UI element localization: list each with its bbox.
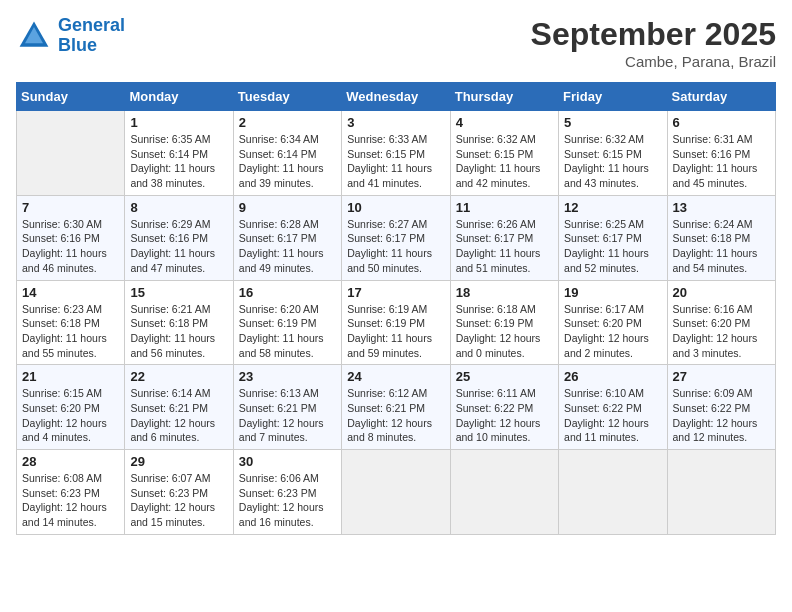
day-cell: 30Sunrise: 6:06 AMSunset: 6:23 PMDayligh… <box>233 450 341 535</box>
day-cell: 4Sunrise: 6:32 AMSunset: 6:15 PMDaylight… <box>450 111 558 196</box>
day-cell <box>342 450 450 535</box>
day-info: Sunrise: 6:31 AMSunset: 6:16 PMDaylight:… <box>673 132 770 191</box>
logo-text: General Blue <box>58 16 125 56</box>
day-number: 21 <box>22 369 119 384</box>
day-number: 15 <box>130 285 227 300</box>
day-cell: 2Sunrise: 6:34 AMSunset: 6:14 PMDaylight… <box>233 111 341 196</box>
page-header: General Blue September 2025 Cambe, Paran… <box>16 16 776 70</box>
day-number: 10 <box>347 200 444 215</box>
day-number: 4 <box>456 115 553 130</box>
day-cell: 27Sunrise: 6:09 AMSunset: 6:22 PMDayligh… <box>667 365 775 450</box>
weekday-header-row: SundayMondayTuesdayWednesdayThursdayFrid… <box>17 83 776 111</box>
day-cell <box>667 450 775 535</box>
day-number: 19 <box>564 285 661 300</box>
day-cell: 18Sunrise: 6:18 AMSunset: 6:19 PMDayligh… <box>450 280 558 365</box>
day-number: 29 <box>130 454 227 469</box>
day-number: 1 <box>130 115 227 130</box>
day-info: Sunrise: 6:07 AMSunset: 6:23 PMDaylight:… <box>130 471 227 530</box>
day-cell: 3Sunrise: 6:33 AMSunset: 6:15 PMDaylight… <box>342 111 450 196</box>
day-cell: 16Sunrise: 6:20 AMSunset: 6:19 PMDayligh… <box>233 280 341 365</box>
day-number: 6 <box>673 115 770 130</box>
title-block: September 2025 Cambe, Parana, Brazil <box>531 16 776 70</box>
day-cell <box>559 450 667 535</box>
day-info: Sunrise: 6:28 AMSunset: 6:17 PMDaylight:… <box>239 217 336 276</box>
day-info: Sunrise: 6:11 AMSunset: 6:22 PMDaylight:… <box>456 386 553 445</box>
day-info: Sunrise: 6:33 AMSunset: 6:15 PMDaylight:… <box>347 132 444 191</box>
day-cell: 7Sunrise: 6:30 AMSunset: 6:16 PMDaylight… <box>17 195 125 280</box>
day-number: 9 <box>239 200 336 215</box>
week-row-3: 14Sunrise: 6:23 AMSunset: 6:18 PMDayligh… <box>17 280 776 365</box>
day-info: Sunrise: 6:17 AMSunset: 6:20 PMDaylight:… <box>564 302 661 361</box>
day-number: 2 <box>239 115 336 130</box>
logo-line2: Blue <box>58 35 97 55</box>
day-info: Sunrise: 6:20 AMSunset: 6:19 PMDaylight:… <box>239 302 336 361</box>
weekday-header-friday: Friday <box>559 83 667 111</box>
day-info: Sunrise: 6:29 AMSunset: 6:16 PMDaylight:… <box>130 217 227 276</box>
day-number: 8 <box>130 200 227 215</box>
day-number: 5 <box>564 115 661 130</box>
day-number: 26 <box>564 369 661 384</box>
day-info: Sunrise: 6:19 AMSunset: 6:19 PMDaylight:… <box>347 302 444 361</box>
day-info: Sunrise: 6:35 AMSunset: 6:14 PMDaylight:… <box>130 132 227 191</box>
day-info: Sunrise: 6:06 AMSunset: 6:23 PMDaylight:… <box>239 471 336 530</box>
day-info: Sunrise: 6:21 AMSunset: 6:18 PMDaylight:… <box>130 302 227 361</box>
day-cell: 20Sunrise: 6:16 AMSunset: 6:20 PMDayligh… <box>667 280 775 365</box>
weekday-header-thursday: Thursday <box>450 83 558 111</box>
day-info: Sunrise: 6:12 AMSunset: 6:21 PMDaylight:… <box>347 386 444 445</box>
day-info: Sunrise: 6:14 AMSunset: 6:21 PMDaylight:… <box>130 386 227 445</box>
day-info: Sunrise: 6:18 AMSunset: 6:19 PMDaylight:… <box>456 302 553 361</box>
day-cell: 12Sunrise: 6:25 AMSunset: 6:17 PMDayligh… <box>559 195 667 280</box>
day-number: 28 <box>22 454 119 469</box>
location: Cambe, Parana, Brazil <box>531 53 776 70</box>
day-number: 7 <box>22 200 119 215</box>
day-cell: 10Sunrise: 6:27 AMSunset: 6:17 PMDayligh… <box>342 195 450 280</box>
day-number: 17 <box>347 285 444 300</box>
day-number: 16 <box>239 285 336 300</box>
day-cell: 1Sunrise: 6:35 AMSunset: 6:14 PMDaylight… <box>125 111 233 196</box>
day-number: 25 <box>456 369 553 384</box>
day-info: Sunrise: 6:27 AMSunset: 6:17 PMDaylight:… <box>347 217 444 276</box>
weekday-header-monday: Monday <box>125 83 233 111</box>
day-cell: 14Sunrise: 6:23 AMSunset: 6:18 PMDayligh… <box>17 280 125 365</box>
logo-icon <box>16 18 52 54</box>
day-info: Sunrise: 6:09 AMSunset: 6:22 PMDaylight:… <box>673 386 770 445</box>
day-info: Sunrise: 6:25 AMSunset: 6:17 PMDaylight:… <box>564 217 661 276</box>
day-number: 11 <box>456 200 553 215</box>
day-info: Sunrise: 6:15 AMSunset: 6:20 PMDaylight:… <box>22 386 119 445</box>
day-cell: 24Sunrise: 6:12 AMSunset: 6:21 PMDayligh… <box>342 365 450 450</box>
day-cell: 25Sunrise: 6:11 AMSunset: 6:22 PMDayligh… <box>450 365 558 450</box>
weekday-header-saturday: Saturday <box>667 83 775 111</box>
day-cell: 17Sunrise: 6:19 AMSunset: 6:19 PMDayligh… <box>342 280 450 365</box>
day-cell: 15Sunrise: 6:21 AMSunset: 6:18 PMDayligh… <box>125 280 233 365</box>
week-row-5: 28Sunrise: 6:08 AMSunset: 6:23 PMDayligh… <box>17 450 776 535</box>
day-cell: 9Sunrise: 6:28 AMSunset: 6:17 PMDaylight… <box>233 195 341 280</box>
day-cell: 23Sunrise: 6:13 AMSunset: 6:21 PMDayligh… <box>233 365 341 450</box>
logo: General Blue <box>16 16 125 56</box>
week-row-4: 21Sunrise: 6:15 AMSunset: 6:20 PMDayligh… <box>17 365 776 450</box>
day-cell: 21Sunrise: 6:15 AMSunset: 6:20 PMDayligh… <box>17 365 125 450</box>
day-info: Sunrise: 6:32 AMSunset: 6:15 PMDaylight:… <box>456 132 553 191</box>
day-number: 30 <box>239 454 336 469</box>
weekday-header-wednesday: Wednesday <box>342 83 450 111</box>
day-info: Sunrise: 6:26 AMSunset: 6:17 PMDaylight:… <box>456 217 553 276</box>
day-cell: 8Sunrise: 6:29 AMSunset: 6:16 PMDaylight… <box>125 195 233 280</box>
day-info: Sunrise: 6:13 AMSunset: 6:21 PMDaylight:… <box>239 386 336 445</box>
day-info: Sunrise: 6:16 AMSunset: 6:20 PMDaylight:… <box>673 302 770 361</box>
day-number: 23 <box>239 369 336 384</box>
calendar-table: SundayMondayTuesdayWednesdayThursdayFrid… <box>16 82 776 535</box>
day-info: Sunrise: 6:24 AMSunset: 6:18 PMDaylight:… <box>673 217 770 276</box>
day-cell: 6Sunrise: 6:31 AMSunset: 6:16 PMDaylight… <box>667 111 775 196</box>
day-info: Sunrise: 6:30 AMSunset: 6:16 PMDaylight:… <box>22 217 119 276</box>
day-info: Sunrise: 6:23 AMSunset: 6:18 PMDaylight:… <box>22 302 119 361</box>
day-cell: 29Sunrise: 6:07 AMSunset: 6:23 PMDayligh… <box>125 450 233 535</box>
day-cell: 22Sunrise: 6:14 AMSunset: 6:21 PMDayligh… <box>125 365 233 450</box>
day-number: 24 <box>347 369 444 384</box>
week-row-1: 1Sunrise: 6:35 AMSunset: 6:14 PMDaylight… <box>17 111 776 196</box>
day-cell: 13Sunrise: 6:24 AMSunset: 6:18 PMDayligh… <box>667 195 775 280</box>
day-number: 14 <box>22 285 119 300</box>
day-number: 13 <box>673 200 770 215</box>
day-number: 3 <box>347 115 444 130</box>
weekday-header-sunday: Sunday <box>17 83 125 111</box>
logo-line1: General <box>58 15 125 35</box>
day-cell <box>17 111 125 196</box>
